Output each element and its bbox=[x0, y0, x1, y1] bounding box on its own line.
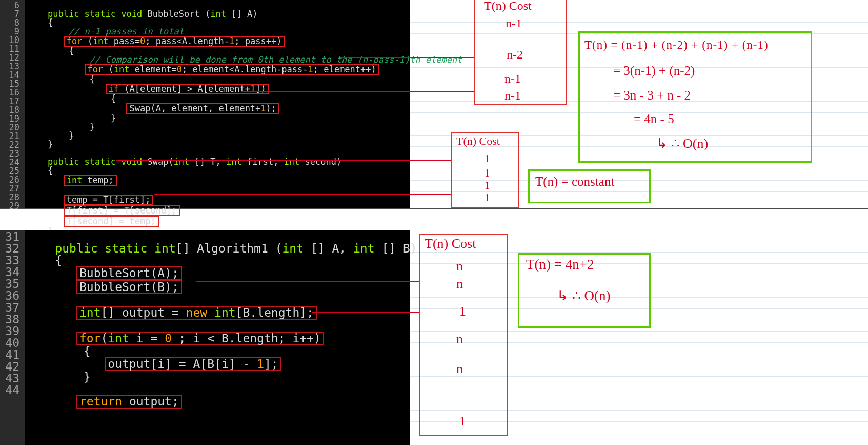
comment: // n-1 passes in total bbox=[69, 26, 184, 36]
cost-row: n-1 bbox=[504, 72, 521, 86]
highlight-return: return output; bbox=[76, 395, 182, 409]
paren: ( bbox=[88, 36, 93, 46]
cost-row: n-2 bbox=[507, 48, 523, 62]
keyword-for: for bbox=[79, 332, 101, 345]
cost-header: T(n) Cost bbox=[456, 134, 500, 148]
keyword: int bbox=[67, 175, 83, 185]
highlight-if: if (A[element] > A[element+1]) bbox=[106, 84, 269, 94]
brace: { bbox=[55, 254, 62, 267]
keyword: int bbox=[93, 36, 109, 46]
ident: Swap( bbox=[147, 157, 173, 167]
keyword-new: new bbox=[186, 306, 208, 319]
cost-row: 1 bbox=[459, 304, 466, 319]
keyword: int bbox=[353, 242, 375, 255]
arrow-line bbox=[239, 75, 474, 75]
keyword: int bbox=[282, 242, 304, 255]
derivation-line: ↳ ∴ O(n) bbox=[557, 287, 610, 304]
highlight-assign-2: T[first] = T[second]; bbox=[64, 205, 180, 216]
arrow-line bbox=[312, 312, 419, 313]
arrow-line bbox=[196, 267, 419, 267]
derivation-line: = 4n - 5 bbox=[634, 112, 674, 126]
cost-row: n bbox=[456, 332, 463, 347]
cost-row: n bbox=[456, 259, 463, 274]
text: ); bbox=[266, 103, 276, 113]
text: BubbleSort(B); bbox=[79, 280, 179, 294]
text: output[i] = A[B[i] - bbox=[108, 357, 257, 371]
number: 1 bbox=[308, 64, 313, 74]
brace: } bbox=[84, 370, 91, 383]
text bbox=[207, 306, 214, 319]
derivation-line: T(n) = 4n+2 bbox=[526, 257, 594, 273]
keyword: int bbox=[114, 64, 130, 74]
arrow-line bbox=[340, 57, 474, 58]
text: [] B) bbox=[375, 242, 417, 255]
cost-row: n bbox=[456, 361, 463, 377]
text: ; pass<A.length- bbox=[145, 36, 229, 46]
cost-row: 1 bbox=[485, 167, 490, 179]
cost-row: 1 bbox=[459, 414, 466, 429]
highlight-swap-call: Swap(A, element, element+1); bbox=[126, 103, 279, 114]
number: 1 bbox=[260, 103, 266, 113]
arrow-line bbox=[289, 371, 419, 371]
number: 0 bbox=[177, 64, 182, 74]
cost-header: T(n) Cost bbox=[425, 236, 476, 251]
text: [] A, bbox=[304, 242, 353, 255]
brace: } bbox=[90, 122, 95, 132]
text: output; bbox=[122, 395, 179, 408]
text: ]) bbox=[255, 84, 266, 94]
text: ; i < B.length; i++) bbox=[172, 332, 321, 345]
brace: } bbox=[48, 139, 53, 149]
keyword: public static void bbox=[48, 157, 142, 167]
cost-row: n-1 bbox=[506, 16, 522, 30]
number: 1 bbox=[257, 357, 264, 371]
brace: { bbox=[111, 93, 116, 104]
keyword-if: if bbox=[109, 84, 119, 94]
paren: ( bbox=[109, 64, 114, 74]
ident: [] Algorithm1 ( bbox=[176, 242, 282, 255]
keyword: int bbox=[108, 332, 129, 345]
keyword: int bbox=[79, 306, 101, 319]
arrow-line bbox=[241, 91, 474, 92]
highlight-assign-1: temp = T[first]; bbox=[64, 195, 154, 205]
text: ]; bbox=[264, 357, 278, 371]
keyword: int bbox=[174, 157, 190, 167]
keyword-for: for bbox=[67, 36, 83, 46]
cost-row: 1 bbox=[485, 153, 490, 165]
paren: ( bbox=[100, 332, 108, 345]
text: pass= bbox=[109, 36, 140, 46]
text: temp = T[first]; bbox=[67, 195, 151, 205]
cost-row: n-1 bbox=[504, 89, 521, 103]
keyword: public static void bbox=[48, 9, 142, 19]
text: ; pass++) bbox=[234, 36, 281, 46]
text: (A[element] > A[element+ bbox=[124, 84, 250, 94]
text: BubbleSort(A); bbox=[79, 266, 179, 280]
highlight-assign: output[i] = A[B[i] - 1]; bbox=[105, 357, 281, 371]
cost-row: 1 bbox=[485, 180, 490, 191]
cost-header: T(n) Cost bbox=[484, 0, 532, 13]
derivation-line: = 3n - 3 + n - 2 bbox=[613, 88, 691, 103]
arrow-line bbox=[196, 281, 419, 282]
text: temp; bbox=[82, 175, 113, 185]
arrow-line bbox=[169, 186, 451, 186]
result-text: T(n) = constant bbox=[535, 175, 614, 189]
cost-row: 1 bbox=[485, 192, 490, 204]
code-editor-algorithm1: 31 32 33 34 35 36 37 38 39 40 41 42 43 4… bbox=[0, 230, 410, 445]
params: [] A) bbox=[226, 9, 257, 19]
text: i = bbox=[129, 332, 165, 345]
text: Swap(A, element, element+ bbox=[129, 103, 260, 113]
brace: } bbox=[69, 130, 74, 141]
brace: { bbox=[90, 74, 95, 84]
highlight-sort-b: BubbleSort(B); bbox=[76, 280, 182, 294]
keyword-return: return bbox=[79, 395, 122, 408]
cost-row: n bbox=[456, 276, 463, 292]
highlight-output-decl: int[] output = new int[B.length]; bbox=[76, 306, 317, 320]
highlight-int-temp: int temp; bbox=[64, 175, 117, 186]
keyword: int bbox=[284, 157, 300, 167]
text: T[first] = T[second]; bbox=[67, 205, 177, 216]
arrow-line bbox=[244, 31, 474, 31]
number: 1 bbox=[229, 36, 234, 46]
text: [] output = bbox=[100, 306, 186, 319]
text: element= bbox=[130, 64, 177, 74]
arrow-line bbox=[207, 416, 419, 416]
text: second) bbox=[299, 157, 341, 167]
